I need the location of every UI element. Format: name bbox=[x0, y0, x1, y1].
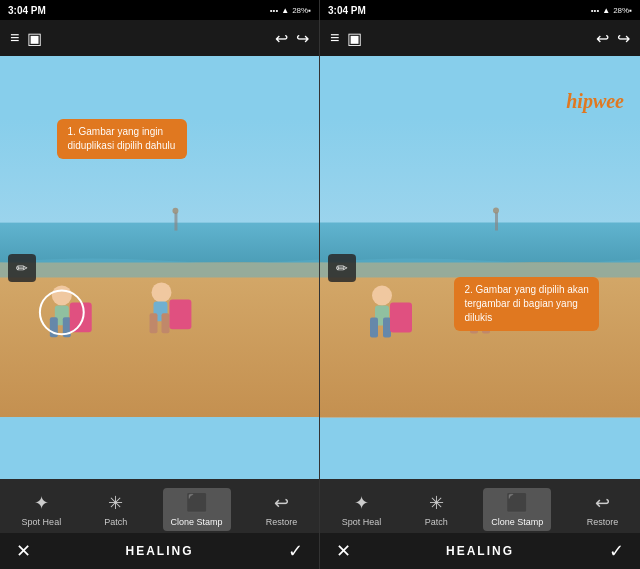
spot-heal-icon-right: ✦ bbox=[354, 492, 369, 514]
close-icon-right[interactable]: ✕ bbox=[336, 540, 351, 562]
tools-row-right: ✦ Spot Heal ✳ Patch ⬛ Clone Stamp ↩ Rest… bbox=[320, 479, 640, 533]
redo-icon-right[interactable]: ↪ bbox=[617, 29, 630, 48]
draw-tool-right[interactable]: ✏ bbox=[328, 254, 356, 282]
check-icon-right[interactable]: ✓ bbox=[609, 540, 624, 562]
check-icon-left[interactable]: ✓ bbox=[288, 540, 303, 562]
spot-heal-label-left: Spot Heal bbox=[22, 517, 62, 527]
hipwee-logo: hipwee bbox=[566, 90, 624, 113]
patch-tool-right[interactable]: ✳ Patch bbox=[417, 488, 456, 531]
spot-heal-tool-right[interactable]: ✦ Spot Heal bbox=[334, 488, 390, 531]
screen-left: 3:04 PM ••• ▲ 28%▪ ≡ ▣ ↩ ↪ bbox=[0, 0, 320, 569]
svg-point-20 bbox=[493, 208, 499, 214]
spot-heal-label-right: Spot Heal bbox=[342, 517, 382, 527]
wifi-icon-left: ▲ bbox=[281, 6, 289, 15]
restore-label-right: Restore bbox=[587, 517, 619, 527]
clone-stamp-icon-right: ⬛ bbox=[506, 492, 528, 514]
layers-icon-left[interactable]: ≡ bbox=[10, 29, 19, 47]
undo-icon-right[interactable]: ↩ bbox=[596, 29, 609, 48]
close-icon-left[interactable]: ✕ bbox=[16, 540, 31, 562]
time-right: 3:04 PM bbox=[328, 5, 366, 16]
restore-label-left: Restore bbox=[266, 517, 298, 527]
toolbar-right-left-icons: ≡ ▣ bbox=[330, 29, 362, 48]
clone-stamp-tool-left[interactable]: ⬛ Clone Stamp bbox=[163, 488, 231, 531]
screens-container: 3:04 PM ••• ▲ 28%▪ ≡ ▣ ↩ ↪ bbox=[0, 0, 640, 569]
patch-icon-left: ✳ bbox=[108, 492, 123, 514]
svg-rect-3 bbox=[174, 213, 177, 231]
toolbar-bottom-right: ✦ Spot Heal ✳ Patch ⬛ Clone Stamp ↩ Rest… bbox=[320, 479, 640, 569]
svg-rect-12 bbox=[150, 313, 158, 333]
svg-rect-13 bbox=[161, 313, 169, 333]
restore-tool-left[interactable]: ↩ Restore bbox=[258, 488, 306, 531]
screen-right: 3:04 PM ••• ▲ 28%▪ ≡ ▣ ↩ ↪ bbox=[320, 0, 640, 569]
status-bar-left: 3:04 PM ••• ▲ 28%▪ bbox=[0, 0, 319, 20]
toolbar-top-left: ≡ ▣ ↩ ↪ bbox=[0, 20, 319, 56]
signal-icon-right: ••• bbox=[591, 6, 599, 15]
tooltip-left: 1. Gambar yang ingin diduplikasi dipilih… bbox=[57, 119, 187, 159]
battery-icon-right: 28%▪ bbox=[613, 6, 632, 15]
svg-point-10 bbox=[152, 282, 172, 302]
clone-stamp-label-right: Clone Stamp bbox=[491, 517, 543, 527]
image-icon-right[interactable]: ▣ bbox=[347, 29, 362, 48]
svg-rect-14 bbox=[169, 299, 191, 329]
clone-stamp-tool-right[interactable]: ⬛ Clone Stamp bbox=[483, 488, 551, 531]
restore-icon-right: ↩ bbox=[595, 492, 610, 514]
signal-icon-left: ••• bbox=[270, 6, 278, 15]
draw-tool-left[interactable]: ✏ bbox=[8, 254, 36, 282]
svg-rect-25 bbox=[390, 303, 412, 333]
undo-icon-left[interactable]: ↩ bbox=[275, 29, 288, 48]
svg-rect-9 bbox=[70, 302, 92, 332]
toolbar-right-icons: ↩ ↪ bbox=[275, 29, 309, 48]
toolbar-top-right: ≡ ▣ ↩ ↪ bbox=[320, 20, 640, 56]
patch-icon-right: ✳ bbox=[429, 492, 444, 514]
toolbar-bottom-left: ✦ Spot Heal ✳ Patch ⬛ Clone Stamp ↩ Rest… bbox=[0, 479, 319, 569]
svg-point-4 bbox=[172, 208, 178, 214]
status-bar-right: 3:04 PM ••• ▲ 28%▪ bbox=[320, 0, 640, 20]
pencil-icon-right: ✏ bbox=[336, 260, 348, 276]
restore-icon-left: ↩ bbox=[274, 492, 289, 514]
healing-label-left: HEALING bbox=[126, 544, 194, 558]
beach-scene-right bbox=[320, 56, 640, 479]
spot-heal-tool-left[interactable]: ✦ Spot Heal bbox=[14, 488, 70, 531]
toolbar-left-icons: ≡ ▣ bbox=[10, 29, 42, 48]
patch-label-left: Patch bbox=[104, 517, 127, 527]
layers-icon-right[interactable]: ≡ bbox=[330, 29, 339, 47]
wifi-icon-right: ▲ bbox=[602, 6, 610, 15]
action-bar-right: ✕ HEALING ✓ bbox=[320, 533, 640, 569]
patch-tool-left[interactable]: ✳ Patch bbox=[96, 488, 135, 531]
svg-rect-24 bbox=[383, 318, 391, 338]
clone-stamp-icon-left: ⬛ bbox=[186, 492, 208, 514]
healing-label-right: HEALING bbox=[446, 544, 514, 558]
svg-rect-23 bbox=[370, 318, 378, 338]
battery-icon-left: 28%▪ bbox=[292, 6, 311, 15]
svg-rect-19 bbox=[495, 213, 498, 231]
image-area-left: 1. Gambar yang ingin diduplikasi dipilih… bbox=[0, 56, 319, 479]
clone-stamp-label-left: Clone Stamp bbox=[171, 517, 223, 527]
action-bar-left: ✕ HEALING ✓ bbox=[0, 533, 319, 569]
spot-heal-icon-left: ✦ bbox=[34, 492, 49, 514]
toolbar-right-right-icons: ↩ ↪ bbox=[596, 29, 630, 48]
patch-label-right: Patch bbox=[425, 517, 448, 527]
image-icon-left[interactable]: ▣ bbox=[27, 29, 42, 48]
svg-point-21 bbox=[372, 286, 392, 306]
pencil-icon-left: ✏ bbox=[16, 260, 28, 276]
tools-row-left: ✦ Spot Heal ✳ Patch ⬛ Clone Stamp ↩ Rest… bbox=[0, 479, 319, 533]
restore-tool-right[interactable]: ↩ Restore bbox=[579, 488, 627, 531]
status-icons-right: ••• ▲ 28%▪ bbox=[591, 6, 632, 15]
svg-point-5 bbox=[52, 285, 72, 305]
image-area-right: hipwee 2. Gambar yang dipilih akan terga… bbox=[320, 56, 640, 479]
tooltip-right: 2. Gambar yang dipilih akan tergambar di… bbox=[454, 277, 599, 331]
redo-icon-left[interactable]: ↪ bbox=[296, 29, 309, 48]
status-icons-left: ••• ▲ 28%▪ bbox=[270, 6, 311, 15]
time-left: 3:04 PM bbox=[8, 5, 46, 16]
